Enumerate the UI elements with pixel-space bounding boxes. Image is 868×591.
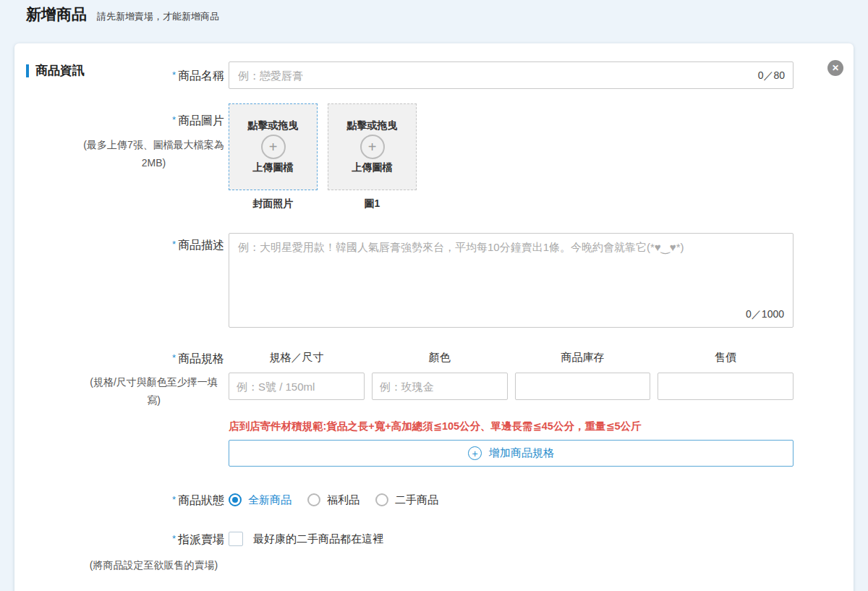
condition-label-text: 商品狀態 bbox=[178, 494, 224, 506]
upload-plus-icon: + bbox=[261, 135, 286, 159]
radio-condition-used[interactable]: 二手商品 bbox=[375, 493, 438, 507]
add-product-page: 新增商品 請先新增賣場，才能新增商品 ✕ 商品資訊 *商品名稱 0／80 *商品… bbox=[0, 0, 868, 591]
spec-header-price: 售價 bbox=[658, 351, 793, 365]
description-counter: 0／1000 bbox=[746, 308, 784, 321]
row-condition: *商品狀態 全新商品 福利品 二手商品 bbox=[14, 492, 854, 508]
description-label: *商品描述 bbox=[14, 233, 224, 252]
required-mark: * bbox=[172, 494, 176, 505]
product-images-hint: (最多上傳7張、圖檔最大檔案為2MB) bbox=[14, 136, 224, 172]
page-subtitle: 請先新增賣場，才能新增商品 bbox=[97, 10, 219, 23]
add-spec-button[interactable]: + 增加商品規格 bbox=[229, 440, 793, 467]
row-description: *商品描述 0／1000 bbox=[14, 233, 854, 328]
radio-icon-selected bbox=[229, 493, 242, 506]
row-assign-marketplace: *指派賣場 (將商品設定至欲販售的賣場) 最好康的二手商品都在這裡 bbox=[14, 532, 854, 546]
required-mark: * bbox=[172, 239, 176, 250]
radio-icon bbox=[375, 493, 388, 506]
add-plus-icon: + bbox=[468, 446, 482, 460]
required-mark: * bbox=[172, 114, 176, 125]
spec-header-stock: 商品庫存 bbox=[515, 351, 651, 365]
description-textarea[interactable] bbox=[229, 234, 793, 303]
radio-condition-refurbished[interactable]: 福利品 bbox=[307, 493, 359, 507]
product-name-counter: 0／80 bbox=[758, 61, 785, 89]
image1-caption: 圖1 bbox=[328, 197, 417, 211]
radio-condition-new[interactable]: 全新商品 bbox=[229, 493, 292, 507]
specs-label: *商品規格 (規格/尺寸與顏色至少擇一填寫) bbox=[14, 351, 224, 409]
description-label-text: 商品描述 bbox=[178, 239, 224, 251]
product-name-label-text: 商品名稱 bbox=[178, 69, 224, 82]
spec-color-input[interactable] bbox=[372, 373, 508, 400]
upload-cover-tile[interactable]: 點擊或拖曳 + 上傳圖檔 bbox=[229, 103, 318, 190]
plus-glyph: + bbox=[472, 448, 477, 459]
radio-label: 福利品 bbox=[327, 493, 359, 507]
upload-text-top: 點擊或拖曳 bbox=[248, 119, 299, 132]
product-form-card: ✕ 商品資訊 *商品名稱 0／80 *商品圖片 (最多上傳7張、圖檔最大檔案為2… bbox=[14, 43, 854, 591]
upload-image1-tile[interactable]: 點擊或拖曳 + 上傳圖檔 bbox=[328, 103, 417, 190]
radio-label: 全新商品 bbox=[248, 493, 292, 507]
upload-text-top: 點擊或拖曳 bbox=[347, 119, 398, 132]
product-images-label-text: 商品圖片 bbox=[178, 114, 224, 127]
product-name-label: *商品名稱 bbox=[14, 61, 224, 90]
add-spec-button-label: 增加商品規格 bbox=[489, 446, 554, 460]
row-add-spec: + 增加商品規格 bbox=[14, 440, 854, 467]
plus-glyph: + bbox=[368, 139, 377, 156]
assign-label: *指派賣場 (將商品設定至欲販售的賣場) bbox=[14, 532, 224, 574]
spec-header-color: 顏色 bbox=[372, 351, 508, 365]
product-images-label: *商品圖片 (最多上傳7張、圖檔最大檔案為2MB) bbox=[14, 103, 224, 172]
row-shipping-note: 店到店寄件材積規範:貨品之長+寬+高加總須≦105公分、單邊長需≦45公分，重量… bbox=[14, 420, 854, 433]
assign-checkbox-label: 最好康的二手商品都在這裡 bbox=[253, 532, 383, 546]
upload-plus-icon: + bbox=[360, 135, 385, 159]
spec-header-size: 規格／尺寸 bbox=[229, 351, 365, 365]
specs-hint: (規格/尺寸與顏色至少擇一填寫) bbox=[14, 373, 224, 409]
assign-label-text: 指派賣場 bbox=[178, 533, 224, 545]
condition-label: *商品狀態 bbox=[14, 492, 224, 509]
assign-checkbox[interactable] bbox=[229, 532, 243, 546]
required-mark: * bbox=[172, 69, 176, 80]
page-header: 新增商品 請先新增賣場，才能新增商品 bbox=[26, 4, 219, 25]
required-mark: * bbox=[172, 352, 176, 363]
row-product-images: *商品圖片 (最多上傳7張、圖檔最大檔案為2MB) 點擊或拖曳 + 上傳圖檔 封… bbox=[14, 103, 854, 211]
product-name-input[interactable] bbox=[229, 61, 793, 89]
row-product-name: *商品名稱 0／80 bbox=[14, 61, 854, 89]
page-title: 新增商品 bbox=[26, 4, 87, 25]
row-specs: *商品規格 (規格/尺寸與顏色至少擇一填寫) 規格／尺寸 顏色 商品庫存 售價 bbox=[14, 351, 854, 400]
radio-label: 二手商品 bbox=[395, 493, 438, 507]
assign-hint: (將商品設定至欲販售的賣場) bbox=[14, 557, 224, 574]
upload-text-bottom: 上傳圖檔 bbox=[253, 161, 294, 174]
plus-glyph: + bbox=[269, 139, 278, 156]
spec-column-headers: 規格／尺寸 顏色 商品庫存 售價 bbox=[229, 351, 793, 365]
spec-price-input[interactable] bbox=[658, 373, 793, 400]
upload-text-bottom: 上傳圖檔 bbox=[352, 161, 393, 174]
required-mark: * bbox=[172, 533, 176, 544]
shipping-size-note: 店到店寄件材積規範:貨品之長+寬+高加總須≦105公分、單邊長需≦45公分，重量… bbox=[229, 420, 793, 433]
specs-label-text: 商品規格 bbox=[178, 352, 224, 365]
spec-size-input[interactable] bbox=[229, 373, 365, 400]
spec-stock-input[interactable] bbox=[515, 373, 651, 400]
radio-icon bbox=[307, 493, 320, 506]
cover-caption: 封面照片 bbox=[229, 197, 318, 211]
